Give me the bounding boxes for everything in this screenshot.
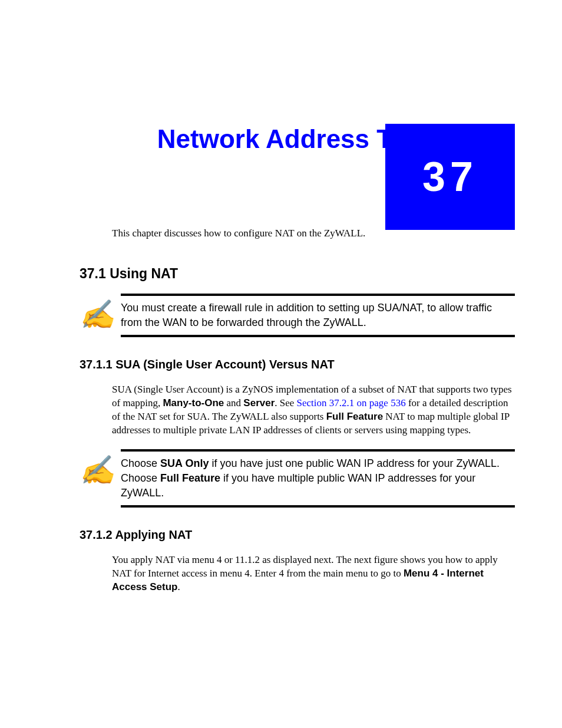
note-rule-bottom: [121, 505, 515, 508]
chapter-number: 37: [422, 153, 478, 200]
bold-full-feature: Full Feature: [326, 411, 383, 422]
note-block-1: ✍ You must create a firewall rule in add…: [80, 294, 515, 337]
text-run: . See: [275, 397, 296, 409]
note-body: ✍ You must create a firewall rule in add…: [80, 296, 515, 335]
section-37-1-1-body: SUA (Single User Account) is a ZyNOS imp…: [112, 383, 515, 437]
text-run: and: [224, 397, 243, 409]
text-run: .: [178, 581, 180, 592]
page: 37 Network Address Translation (NAT) Thi…: [0, 124, 562, 728]
note-text: You must create a firewall rule in addit…: [121, 301, 515, 330]
note-text: Choose SUA Only if you have just one pub…: [121, 456, 515, 501]
bold-server: Server: [243, 397, 275, 409]
note-rule-bottom: [121, 335, 515, 337]
text-run: Choose: [121, 457, 160, 469]
note-body: ✍ Choose SUA Only if you have just one p…: [80, 452, 515, 506]
bold-many-to-one: Many-to-One: [163, 397, 224, 409]
chapter-number-badge: 37: [385, 124, 515, 230]
text-run: Choose: [121, 472, 160, 484]
note-icon: ✍: [80, 456, 121, 485]
section-heading-37-1-2: 37.1.2 Applying NAT: [80, 528, 515, 542]
bold-full-feature: Full Feature: [160, 472, 220, 484]
section-heading-37-1-1: 37.1.1 SUA (Single User Account) Versus …: [80, 358, 515, 371]
note-block-2: ✍ Choose SUA Only if you have just one p…: [80, 449, 515, 508]
cross-reference-link[interactable]: Section 37.2.1 on page 536: [297, 397, 406, 409]
note-icon: ✍: [80, 301, 121, 329]
section-37-1-2-body: You apply NAT via menu 4 or 11.1.2 as di…: [112, 554, 515, 594]
bold-sua-only: SUA Only: [160, 457, 209, 469]
body-paragraph: SUA (Single User Account) is a ZyNOS imp…: [112, 383, 515, 437]
section-heading-37-1: 37.1 Using NAT: [80, 266, 515, 282]
body-paragraph: You apply NAT via menu 4 or 11.1.2 as di…: [112, 554, 515, 594]
text-run: if you have just one public WAN IP addre…: [209, 457, 500, 469]
